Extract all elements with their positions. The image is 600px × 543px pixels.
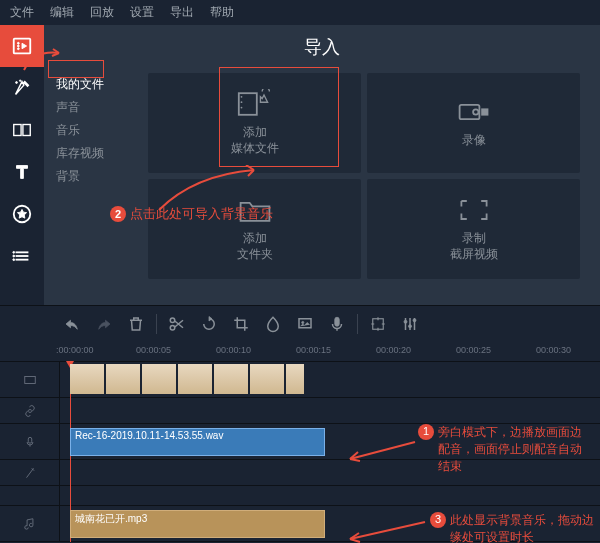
annotation-badge: 2 — [110, 206, 126, 222]
svg-rect-19 — [459, 105, 479, 119]
timeline-toolbar — [0, 305, 600, 342]
clip-label: 城南花已开.mp3 — [75, 513, 147, 524]
svg-point-14 — [13, 259, 15, 261]
menubar: 文件 编辑 回放 设置 导出 帮助 — [0, 0, 600, 25]
track-body[interactable] — [60, 486, 600, 505]
svg-rect-26 — [335, 317, 340, 326]
menu-export[interactable]: 导出 — [170, 4, 194, 21]
sidelist-stock[interactable]: 库存视频 — [52, 142, 136, 165]
delete-button[interactable] — [124, 312, 148, 336]
properties-button[interactable] — [366, 312, 390, 336]
track-body[interactable] — [60, 362, 600, 397]
sidelist-sound[interactable]: 声音 — [52, 96, 136, 119]
menu-edit[interactable]: 编辑 — [50, 4, 74, 21]
svg-rect-6 — [14, 125, 21, 136]
panel-title: 导入 — [44, 25, 600, 69]
tile-record-video[interactable]: 录像 — [367, 73, 580, 173]
svg-rect-31 — [24, 376, 35, 383]
tile-record-screen[interactable]: 录制 截屏视频 — [367, 179, 580, 279]
tile-label: 录制 截屏视频 — [450, 231, 498, 262]
menu-settings[interactable]: 设置 — [130, 4, 154, 21]
svg-point-20 — [473, 110, 478, 115]
svg-point-28 — [404, 320, 407, 323]
svg-point-18 — [240, 107, 242, 109]
track-head-link[interactable] — [0, 398, 60, 423]
svg-rect-7 — [23, 125, 30, 136]
tile-label: 录像 — [462, 133, 486, 149]
svg-rect-21 — [481, 109, 488, 116]
timeline: :00:00:00 00:00:05 00:00:10 00:00:15 00:… — [0, 342, 600, 542]
video-thumbs[interactable] — [70, 364, 304, 394]
music-clip[interactable]: 城南花已开.mp3 — [70, 510, 325, 538]
track-head-audio[interactable] — [0, 424, 60, 459]
adjust-button[interactable] — [398, 312, 422, 336]
tool-transitions[interactable] — [0, 109, 44, 151]
import-sidelist: 我的文件 声音 音乐 库存视频 背景 — [44, 69, 144, 283]
annotation-badge: 3 — [430, 512, 446, 528]
sidelist-music[interactable]: 音乐 — [52, 119, 136, 142]
record-audio-button[interactable] — [325, 312, 349, 336]
annotation-text: 此处显示背景音乐，拖动边缘处可设置时长 — [450, 512, 595, 543]
svg-point-29 — [409, 325, 412, 328]
tool-filters[interactable] — [0, 67, 44, 109]
svg-point-5 — [19, 80, 20, 81]
import-panel: 导入 我的文件 声音 音乐 库存视频 背景 添加 媒体文件 录像 — [44, 25, 600, 305]
ruler-tick: 00:00:30 — [536, 345, 571, 355]
tile-label: 添加 文件夹 — [237, 231, 273, 262]
svg-point-4 — [16, 82, 18, 84]
svg-point-1 — [17, 42, 19, 44]
split-button[interactable] — [165, 312, 189, 336]
svg-point-23 — [170, 326, 175, 331]
menu-playback[interactable]: 回放 — [90, 4, 114, 21]
tool-stickers[interactable] — [0, 193, 44, 235]
track-head-music[interactable] — [0, 506, 60, 541]
tool-more[interactable] — [0, 235, 44, 277]
ruler-tick: 00:00:05 — [136, 345, 171, 355]
crop-button[interactable] — [229, 312, 253, 336]
annotation-1: 1 旁白模式下，边播放画面边配音，画面停止则配音自动结束 — [418, 424, 588, 474]
ruler-tick: 00:00:25 — [456, 345, 491, 355]
annotation-3: 3 此处显示背景音乐，拖动边缘处可设置时长 — [430, 512, 595, 543]
ruler-tick: 00:00:20 — [376, 345, 411, 355]
link-track — [0, 398, 600, 424]
color-button[interactable] — [261, 312, 285, 336]
undo-button[interactable] — [60, 312, 84, 336]
svg-point-12 — [13, 251, 15, 253]
audio-clip[interactable]: Rec-16-2019.10.11-14.53.55.wav — [70, 428, 325, 456]
annotation-2: 2点击此处可导入背景音乐 — [110, 205, 273, 223]
left-toolbar — [0, 25, 44, 305]
tool-import[interactable] — [0, 25, 44, 67]
rotate-button[interactable] — [197, 312, 221, 336]
menu-help[interactable]: 帮助 — [210, 4, 234, 21]
tile-add-media[interactable]: 添加 媒体文件 — [148, 73, 361, 173]
svg-point-2 — [17, 45, 19, 47]
annotation-text: 点击此处可导入背景音乐 — [130, 205, 273, 223]
ruler-tick: 00:00:15 — [296, 345, 331, 355]
track-body[interactable] — [60, 398, 600, 423]
wizard-button[interactable] — [293, 312, 317, 336]
annotation-badge: 1 — [418, 424, 434, 440]
import-grid: 添加 媒体文件 录像 添加 文件夹 录制 截屏视频 — [144, 69, 600, 283]
spacer-track — [0, 486, 600, 506]
time-ruler[interactable]: :00:00:00 00:00:05 00:00:10 00:00:15 00:… — [0, 342, 600, 362]
svg-point-30 — [413, 319, 416, 322]
svg-point-22 — [170, 318, 175, 323]
svg-point-3 — [17, 48, 19, 50]
tracks: Rec-16-2019.10.11-14.53.55.wav 城南花已开.mp3… — [0, 362, 600, 542]
sidelist-bg[interactable]: 背景 — [52, 165, 136, 188]
svg-point-13 — [13, 255, 15, 257]
svg-point-25 — [302, 321, 304, 323]
svg-rect-27 — [373, 319, 384, 330]
tile-label: 添加 媒体文件 — [231, 125, 279, 156]
track-head-video[interactable] — [0, 362, 60, 397]
ruler-tick: :00:00:00 — [56, 345, 94, 355]
track-head-fx[interactable] — [0, 460, 60, 485]
svg-rect-32 — [28, 437, 32, 443]
tool-titles[interactable] — [0, 151, 44, 193]
menu-file[interactable]: 文件 — [10, 4, 34, 21]
redo-button[interactable] — [92, 312, 116, 336]
sidelist-myfiles[interactable]: 我的文件 — [52, 73, 136, 96]
tile-add-folder[interactable]: 添加 文件夹 — [148, 179, 361, 279]
ruler-tick: 00:00:10 — [216, 345, 251, 355]
main-area: 导入 我的文件 声音 音乐 库存视频 背景 添加 媒体文件 录像 — [0, 25, 600, 305]
